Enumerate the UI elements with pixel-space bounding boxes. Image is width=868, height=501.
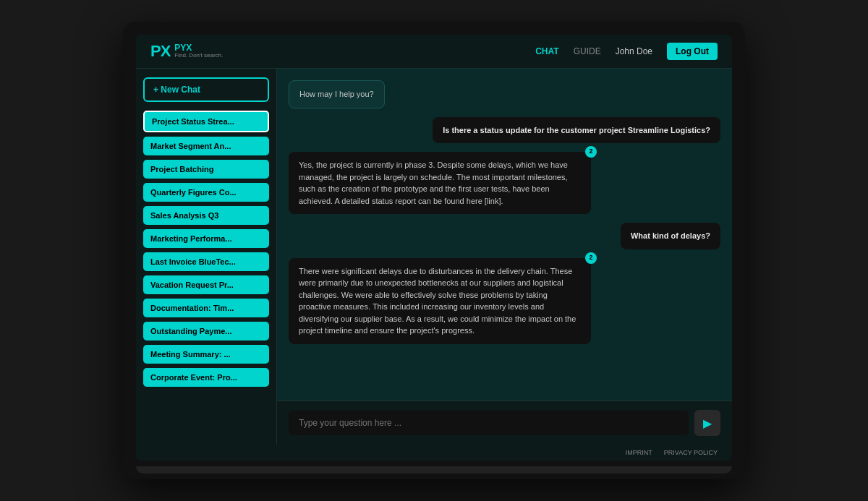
message-row-1: Is there a status update for the custome… bbox=[289, 117, 720, 144]
laptop-shell: PX PYX Find. Don't search. CHAT GUIDE Jo… bbox=[123, 22, 745, 479]
header: PX PYX Find. Don't search. CHAT GUIDE Jo… bbox=[136, 35, 732, 69]
message-bubble-4: 2 There were significant delays due to d… bbox=[289, 258, 591, 344]
chat-input[interactable] bbox=[289, 411, 689, 435]
message-bubble-1: Is there a status update for the custome… bbox=[433, 117, 720, 144]
new-chat-button[interactable]: + New Chat bbox=[143, 77, 269, 102]
sidebar-item-11[interactable]: Corporate Event: Pro... bbox=[143, 368, 269, 387]
sidebar-item-3[interactable]: Quarterly Figures Co... bbox=[143, 183, 269, 202]
logo-area: PX PYX Find. Don't search. bbox=[150, 42, 223, 61]
message-row-0: How may I help you? bbox=[289, 80, 720, 108]
laptop-screen: PX PYX Find. Don't search. CHAT GUIDE Jo… bbox=[136, 35, 732, 461]
sidebar: + New Chat Project Status Strea... Marke… bbox=[136, 69, 277, 445]
message-badge-4: 2 bbox=[585, 252, 597, 264]
message-bubble-0: How may I help you? bbox=[289, 80, 385, 108]
message-row-3: What kind of delays? bbox=[289, 223, 720, 249]
sidebar-item-4[interactable]: Sales Analysis Q3 bbox=[143, 206, 269, 225]
nav-guide[interactable]: GUIDE bbox=[574, 46, 601, 56]
sidebar-item-1[interactable]: Market Segment An... bbox=[143, 137, 269, 155]
username-label: John Doe bbox=[616, 46, 652, 56]
message-bubble-3: What kind of delays? bbox=[621, 223, 720, 249]
message-text-2: Yes, the project is currently in phase 3… bbox=[299, 160, 568, 205]
laptop-base bbox=[136, 466, 732, 474]
sidebar-item-7[interactable]: Vacation Request Pr... bbox=[143, 275, 269, 294]
chat-panel: How may I help you? Is there a status up… bbox=[277, 69, 732, 445]
imprint-link[interactable]: IMPRINT bbox=[626, 449, 652, 456]
sidebar-item-0[interactable]: Project Status Strea... bbox=[143, 111, 269, 132]
nav-chat[interactable]: CHAT bbox=[535, 46, 558, 56]
sidebar-item-5[interactable]: Marketing Performa... bbox=[143, 229, 269, 248]
footer: IMPRINT PRIVACY POLICY bbox=[136, 445, 732, 461]
message-row-4: 2 There were significant delays due to d… bbox=[289, 258, 720, 344]
message-text-3: What kind of delays? bbox=[631, 231, 710, 240]
sidebar-item-6[interactable]: Last Invoice BlueTec... bbox=[143, 252, 269, 271]
input-area: ▶ bbox=[277, 401, 732, 445]
message-text-1: Is there a status update for the custome… bbox=[443, 126, 710, 134]
main-content: + New Chat Project Status Strea... Marke… bbox=[136, 69, 732, 445]
message-text-0: How may I help you? bbox=[299, 90, 374, 98]
message-text-4: There were significant delays due to dis… bbox=[299, 267, 576, 335]
logo-text: PYX Find. Don't search. bbox=[174, 43, 223, 59]
sidebar-item-10[interactable]: Meeting Summary: ... bbox=[143, 345, 269, 364]
chat-messages: How may I help you? Is there a status up… bbox=[277, 69, 732, 401]
logo-tagline-text: Find. Don't search. bbox=[174, 53, 223, 59]
send-button[interactable]: ▶ bbox=[694, 410, 720, 436]
send-icon: ▶ bbox=[703, 416, 712, 430]
sidebar-item-8[interactable]: Documentation: Tim... bbox=[143, 299, 269, 317]
sidebar-item-2[interactable]: Project Batching bbox=[143, 160, 269, 179]
message-row-2: 2 Yes, the project is currently in phase… bbox=[289, 152, 720, 214]
message-bubble-2: 2 Yes, the project is currently in phase… bbox=[289, 152, 591, 214]
message-badge-2: 2 bbox=[585, 146, 597, 158]
nav-links: CHAT GUIDE John Doe Log Out bbox=[535, 43, 718, 60]
logout-button[interactable]: Log Out bbox=[667, 43, 718, 60]
sidebar-item-9[interactable]: Outstanding Payme... bbox=[143, 322, 269, 341]
privacy-link[interactable]: PRIVACY POLICY bbox=[664, 449, 718, 456]
logo-px-icon: PX bbox=[150, 42, 170, 61]
